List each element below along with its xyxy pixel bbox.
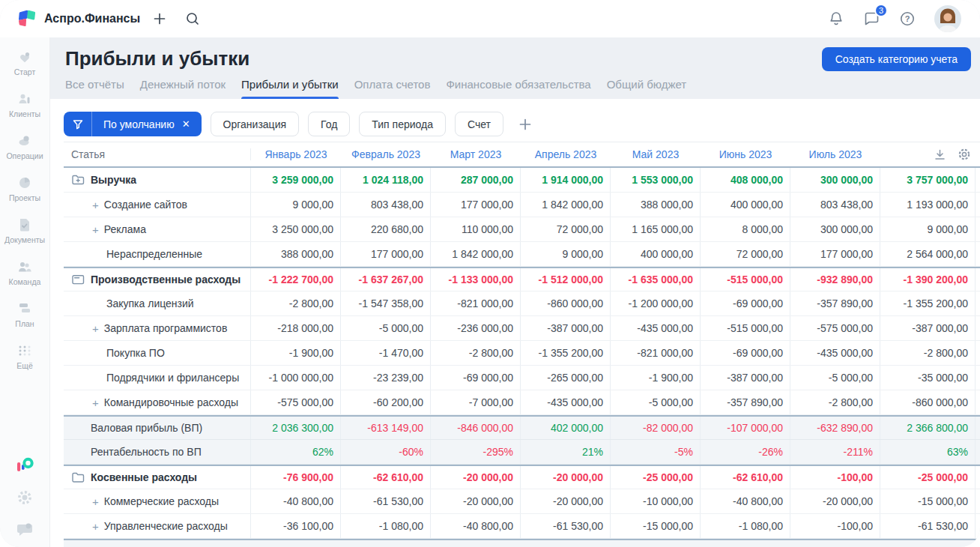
value-cell: 287 000,00 (431, 168, 521, 192)
value-cell: -61 530,00 (880, 514, 976, 538)
remove-preset-icon[interactable]: ✕ (182, 118, 190, 130)
value-cell: 72 000,00 (521, 217, 611, 241)
value-cell: -1 470,00 (341, 341, 431, 365)
column-header-month[interactable]: Май 2023 (611, 148, 701, 160)
messages-icon[interactable]: 3 (863, 10, 880, 27)
tab-2[interactable]: Денежный поток (140, 78, 226, 99)
value-cell: 1 165 000,00 (611, 217, 701, 241)
main: Прибыли и убытки Создать категорию учета… (50, 37, 980, 547)
value-cell: 803 438,00 (790, 193, 880, 217)
expand-plus-icon[interactable]: + (92, 322, 99, 335)
expand-plus-icon[interactable]: + (92, 223, 99, 236)
tab-3[interactable]: Прибыли и убытки (241, 78, 339, 99)
table-row[interactable]: Закупка лицензий-2 800,00-1 547 358,00-8… (64, 291, 980, 316)
brand[interactable]: Аспро.Финансы (16, 9, 140, 28)
expand-plus-icon[interactable]: + (92, 396, 99, 409)
column-header-month[interactable]: Март 2023 (431, 148, 521, 160)
search-icon[interactable] (185, 11, 200, 26)
sidebar-item-more[interactable]: Ещё (0, 342, 49, 370)
value-cell: -100,00 (790, 514, 880, 538)
expand-plus-icon[interactable]: + (92, 199, 99, 211)
expand-plus-icon[interactable]: + (92, 520, 99, 533)
value-cell: -1 222 700,00 (251, 268, 341, 291)
table-row[interactable]: Косвенные расходы-76 900,00-62 610,00-20… (64, 465, 980, 489)
table-row[interactable]: +Коммерческие расходы-40 800,00-61 530,0… (64, 489, 980, 514)
value-cell: -821 000,00 (431, 291, 521, 315)
tab-5[interactable]: Финансовые обязательства (446, 78, 590, 99)
table-row[interactable]: Валовая прибыль (ВП)2 036 300,00-613 149… (64, 415, 980, 440)
add-filter-icon[interactable] (518, 117, 533, 132)
filter-preset[interactable]: По умолчанию✕ (64, 112, 202, 136)
value-cell: 177 000,00 (341, 242, 431, 266)
value-cell: -435 000,00 (790, 341, 880, 365)
sidebar-item-team[interactable]: Команда (0, 259, 49, 286)
filter-chip[interactable]: Год (308, 112, 350, 136)
table-row[interactable]: Производственные расходы-1 222 700,00-1 … (64, 267, 980, 291)
column-header-month[interactable]: Апрель 2023 (521, 148, 611, 160)
help-icon[interactable]: ? (899, 10, 916, 27)
value-cell: 9 000,00 (521, 242, 611, 266)
sidebar-item-plan[interactable]: План (0, 300, 49, 328)
table-header: СтатьяЯнварь 2023Февраль 2023Март 2023Ап… (64, 142, 980, 168)
sidebar-item-clients[interactable]: Клиенты (0, 91, 49, 118)
value-cell: -236 000,00 (431, 316, 521, 340)
table-row[interactable]: Подрядчики и фрилансеры-1 000 000,00-23 … (64, 366, 980, 390)
sidebar-item-start[interactable]: Старт (0, 49, 49, 76)
table-row[interactable]: Рентабельность по ВП62%-60%-295%21%-5%-2… (64, 440, 980, 465)
table-settings-gear-icon[interactable] (958, 148, 971, 161)
product-logo-icon[interactable] (15, 456, 34, 474)
team-icon (16, 259, 33, 275)
value-cell: 8 000,00 (701, 217, 790, 241)
value-cell: -23 239,00 (341, 366, 431, 390)
value-cell: -20 000,00 (521, 466, 611, 489)
tab-6[interactable]: Общий бюджет (607, 78, 687, 99)
value-cell: -2 800,00 (880, 341, 976, 365)
documents-icon (16, 217, 33, 233)
column-header-month[interactable]: Июль 2023 (790, 148, 880, 160)
add-button[interactable] (152, 11, 167, 26)
sidebar-item-operations[interactable]: Операции (0, 133, 49, 160)
page-title: Прибыли и убытки (65, 47, 249, 70)
create-category-button[interactable]: Создать категорию учета (822, 47, 971, 71)
table-row[interactable]: Покупка ПО-1 900,00-1 470,00-2 800,00-1 … (64, 341, 980, 366)
value-cell: -1 390 200,00 (880, 268, 976, 291)
filter-chip[interactable]: Тип периода (359, 112, 446, 136)
tab-4[interactable]: Оплата счетов (354, 78, 431, 99)
svg-text:?: ? (905, 14, 910, 23)
value-cell: -1 080,00 (341, 514, 431, 538)
column-header-month[interactable]: Февраль 2023 (341, 148, 431, 160)
table-row[interactable]: +Командировочные расходы-575 000,00-60 2… (64, 390, 980, 415)
value-cell: -60% (341, 440, 431, 464)
app-window: Аспро.Финансы 3 ? (0, 0, 980, 547)
filter-chip[interactable]: Организация (211, 112, 299, 136)
value-cell: -295% (431, 440, 521, 464)
notifications-bell-icon[interactable] (828, 10, 844, 27)
table-row[interactable]: Нераспределенные388 000,00177 000,001 84… (64, 242, 980, 267)
expand-plus-icon[interactable]: + (92, 495, 99, 508)
sidebar-item-documents[interactable]: Документы (0, 217, 49, 244)
value-cell: -357 890,00 (701, 390, 790, 414)
value-cell: -10 000,00 (611, 489, 701, 513)
value-cell: -1 355 200,00 (521, 341, 611, 365)
download-icon[interactable] (934, 148, 946, 161)
settings-icon[interactable] (16, 489, 34, 507)
table-row[interactable]: +Зарплата программистов-218 000,00-5 000… (64, 316, 980, 341)
chat-icon[interactable] (16, 522, 34, 538)
table-row[interactable]: +Создание сайтов9 000,00803 438,00177 00… (64, 193, 980, 217)
value-cell: 1 842 000,00 (431, 242, 521, 266)
table-row[interactable]: Выручка3 259 000,001 024 118,00287 000,0… (64, 168, 980, 193)
value-cell: -2 800,00 (251, 291, 341, 315)
projects-icon (16, 175, 33, 191)
value-cell: -1 900,00 (611, 366, 701, 390)
table-row[interactable]: +Реклама3 250 000,00220 680,00110 000,00… (64, 217, 980, 242)
user-avatar[interactable] (934, 5, 961, 32)
table-row[interactable]: +Управленческие расходы-36 100,00-1 080,… (64, 514, 980, 539)
folder-plus-icon (71, 174, 85, 186)
sidebar-item-projects[interactable]: Проекты (0, 175, 49, 202)
filter-chip[interactable]: Счет (455, 112, 503, 136)
column-header-month[interactable]: Январь 2023 (251, 148, 341, 160)
column-header-month[interactable]: Июнь 2023 (701, 148, 790, 160)
next-section-edge (64, 539, 980, 547)
value-cell: -1 000 000,00 (251, 366, 341, 390)
tab-1[interactable]: Все отчёты (65, 78, 124, 99)
